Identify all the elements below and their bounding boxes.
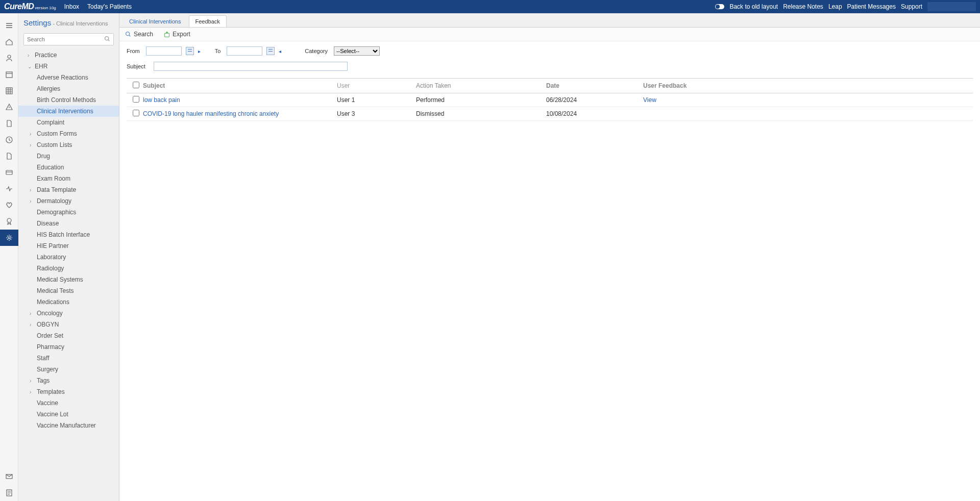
nav-inbox[interactable]: Inbox	[64, 3, 79, 10]
layout-toggle[interactable]	[715, 4, 724, 9]
top-header: CureMDversion 10g Inbox Today's Patients…	[0, 0, 980, 13]
topbar-right: Back to old layout Release Notes Leap Pa…	[715, 2, 976, 11]
logo-text: CureMD	[4, 2, 34, 11]
logo-version: version 10g	[35, 6, 56, 10]
link-support[interactable]: Support	[901, 3, 922, 10]
link-release-notes[interactable]: Release Notes	[783, 3, 823, 10]
link-leap[interactable]: Leap	[828, 3, 842, 10]
link-back-to-old-layout[interactable]: Back to old layout	[729, 3, 778, 10]
nav-todays-patients[interactable]: Today's Patients	[87, 3, 132, 10]
topbar-left: CureMDversion 10g Inbox Today's Patients	[4, 2, 132, 11]
link-patient-messages[interactable]: Patient Messages	[847, 3, 896, 10]
user-menu[interactable]	[927, 2, 976, 11]
logo: CureMDversion 10g	[4, 2, 56, 11]
